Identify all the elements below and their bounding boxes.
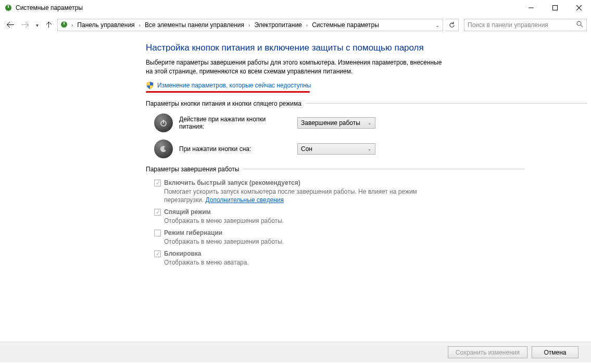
sleep-icon	[154, 140, 173, 158]
section-title: Параметры завершения работы	[146, 166, 239, 173]
lock-checkbox-row: ✓ Блокировка	[154, 250, 591, 257]
search-box[interactable]	[464, 19, 587, 31]
breadcrumb-item[interactable]: Все элементы панели управления	[144, 20, 245, 30]
hibernate-checkbox[interactable]	[154, 230, 161, 236]
chevron-right-icon: ›	[70, 22, 74, 28]
window-controls	[519, 0, 591, 16]
shutdown-settings-section: Параметры завершения работы ✓ Включить б…	[146, 166, 591, 267]
chevron-down-icon: ⌄	[368, 146, 372, 152]
checkbox-label: Включить быстрый запуск (рекомендуется)	[164, 179, 300, 186]
sleep-checkbox-row: ✓ Спящий режим	[154, 208, 591, 216]
forward-button[interactable]: 🡢	[19, 19, 31, 31]
window-title: Системные параметры	[16, 4, 519, 11]
power-options-icon	[60, 20, 68, 30]
dropdown-value: Сон	[301, 145, 312, 153]
more-info-link[interactable]: Дополнительные сведения	[205, 196, 283, 204]
checkbox-description: Помогает ускорить запуск компьютера посл…	[164, 187, 445, 204]
checkbox-description: Отображать в меню завершения работы.	[164, 217, 445, 225]
annotation-underline	[146, 91, 310, 93]
power-options-icon	[4, 4, 12, 12]
maximize-button[interactable]	[543, 0, 567, 16]
lock-checkbox[interactable]: ✓	[154, 250, 161, 257]
svg-rect-7	[64, 22, 65, 24]
power-buttons-section: Параметры кнопки питания и кнопки спящег…	[146, 100, 591, 158]
refresh-button[interactable]	[445, 19, 459, 31]
back-button[interactable]: 🡠	[4, 19, 17, 31]
navbar: 🡠 🡢 ▾ 🡡 › Панель управления › Все элемен…	[0, 16, 591, 34]
svg-rect-1	[8, 5, 9, 8]
chevron-right-icon: ›	[247, 22, 251, 28]
breadcrumb-item[interactable]: Системные параметры	[311, 20, 380, 30]
hibernate-checkbox-row: Режим гибернации	[154, 229, 591, 236]
chevron-right-icon: ›	[138, 22, 142, 28]
breadcrumb-item[interactable]: Панель управления	[76, 20, 135, 30]
cancel-button[interactable]: Отмена	[532, 346, 579, 358]
power-button-row: Действие при нажатии кнопки питания: Зав…	[154, 114, 591, 132]
titlebar: Системные параметры	[0, 0, 591, 16]
uac-shield-icon	[146, 81, 154, 90]
minimize-button[interactable]	[519, 0, 543, 16]
search-input[interactable]	[468, 21, 576, 29]
chevron-down-icon[interactable]: ⌄	[435, 22, 439, 28]
svg-rect-3	[553, 6, 558, 10]
divider	[306, 103, 587, 104]
change-unavailable-settings-link[interactable]: Изменение параметров, которые сейчас нед…	[157, 82, 311, 89]
power-button-dropdown[interactable]: Завершение работы ⌄	[297, 117, 375, 129]
breadcrumb-item[interactable]: Электропитание	[253, 20, 303, 30]
svg-line-9	[581, 25, 583, 27]
main-content: Настройка кнопок питания и включение защ…	[0, 34, 591, 267]
checkbox-description: Отображать в меню аватара.	[164, 258, 445, 267]
power-button-label: Действие при нажатии кнопки питания:	[179, 116, 291, 130]
history-chevron-icon[interactable]: ▾	[33, 22, 41, 28]
chevron-right-icon: ›	[305, 22, 309, 28]
address-bar[interactable]: › Панель управления › Все элементы панел…	[57, 19, 443, 31]
checkbox-label: Режим гибернации	[164, 229, 222, 236]
page-heading: Настройка кнопок питания и включение защ…	[146, 43, 591, 53]
sleep-button-row: При нажатии кнопки сна: Сон ⌄	[154, 140, 591, 158]
uac-link-row: Изменение параметров, которые сейчас нед…	[146, 81, 591, 90]
save-button[interactable]: Сохранить изменения	[448, 346, 527, 358]
power-icon	[154, 114, 173, 132]
svg-point-8	[577, 21, 581, 26]
sleep-button-label: При нажатии кнопки сна:	[179, 145, 291, 153]
fast-startup-checkbox[interactable]: ✓	[154, 180, 161, 186]
fast-startup-checkbox-row: ✓ Включить быстрый запуск (рекомендуется…	[154, 179, 591, 186]
sleep-checkbox[interactable]: ✓	[154, 209, 161, 216]
sleep-button-dropdown[interactable]: Сон ⌄	[297, 143, 375, 155]
close-button[interactable]	[567, 0, 591, 16]
checkbox-label: Блокировка	[164, 250, 202, 257]
dropdown-value: Завершение работы	[301, 119, 360, 127]
search-icon[interactable]	[576, 21, 583, 29]
checkbox-description: Отображать в меню завершения работы.	[164, 237, 445, 246]
checkbox-label: Спящий режим	[164, 208, 211, 216]
up-button[interactable]: 🡡	[43, 19, 55, 31]
section-title: Параметры кнопки питания и кнопки спящег…	[146, 100, 301, 107]
divider	[243, 169, 524, 169]
page-description: Выберите параметры завершения работы для…	[146, 58, 443, 76]
footer: Сохранить изменения Отмена	[0, 342, 591, 362]
chevron-down-icon: ⌄	[368, 120, 372, 125]
